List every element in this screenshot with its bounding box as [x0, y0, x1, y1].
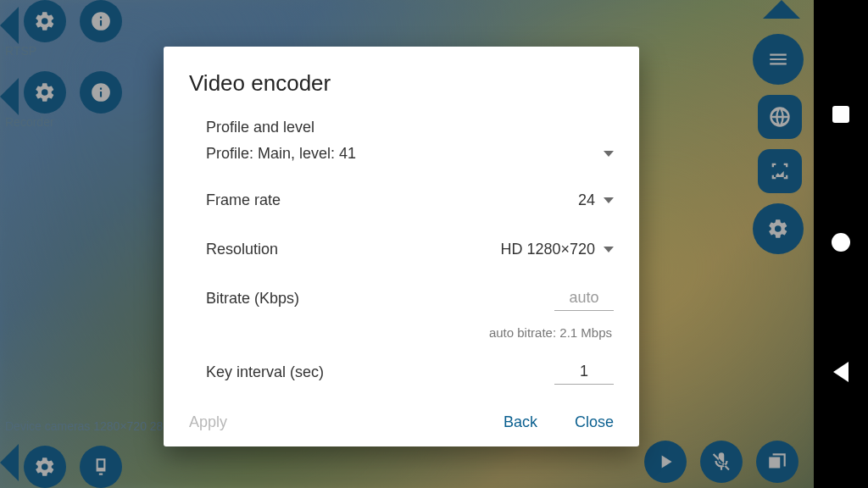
back-button[interactable]: Back — [504, 413, 537, 431]
chevron-down-icon — [604, 247, 614, 252]
android-recents-button[interactable] — [832, 106, 849, 123]
frame-rate-label: Frame rate — [206, 191, 281, 209]
chevron-down-icon — [604, 197, 614, 203]
profile-dropdown[interactable]: Profile: Main, level: 41 — [206, 145, 614, 163]
android-back-button[interactable] — [833, 362, 849, 382]
android-home-button[interactable] — [832, 233, 850, 252]
close-button[interactable]: Close — [575, 413, 614, 431]
camera-preview: RTSP Recorder Device cameras 1280×720 28… — [0, 0, 814, 488]
key-interval-label: Key interval (sec) — [206, 363, 324, 381]
dialog-title: Video encoder — [189, 70, 614, 97]
bitrate-label: Bitrate (Kbps) — [206, 290, 299, 308]
resolution-label: Resolution — [206, 241, 278, 258]
bitrate-row: Bitrate (Kbps) — [206, 281, 614, 315]
key-interval-row: Key interval (sec) — [206, 355, 614, 389]
profile-section-label: Profile and level — [206, 119, 614, 136]
profile-value: Profile: Main, level: 41 — [206, 145, 356, 163]
bitrate-input[interactable] — [554, 286, 614, 311]
android-nav-bar — [814, 0, 868, 488]
frame-rate-row[interactable]: Frame rate 24 — [206, 183, 614, 217]
key-interval-input[interactable] — [554, 359, 614, 385]
apply-button[interactable]: Apply — [189, 413, 227, 431]
frame-rate-value: 24 — [578, 191, 595, 209]
chevron-down-icon — [604, 151, 614, 157]
resolution-row[interactable]: Resolution HD 1280×720 — [206, 232, 614, 266]
video-encoder-dialog: Video encoder Profile and level Profile:… — [164, 47, 639, 446]
bitrate-hint: auto bitrate: 2.1 Mbps — [206, 325, 614, 340]
resolution-value: HD 1280×720 — [500, 241, 595, 258]
